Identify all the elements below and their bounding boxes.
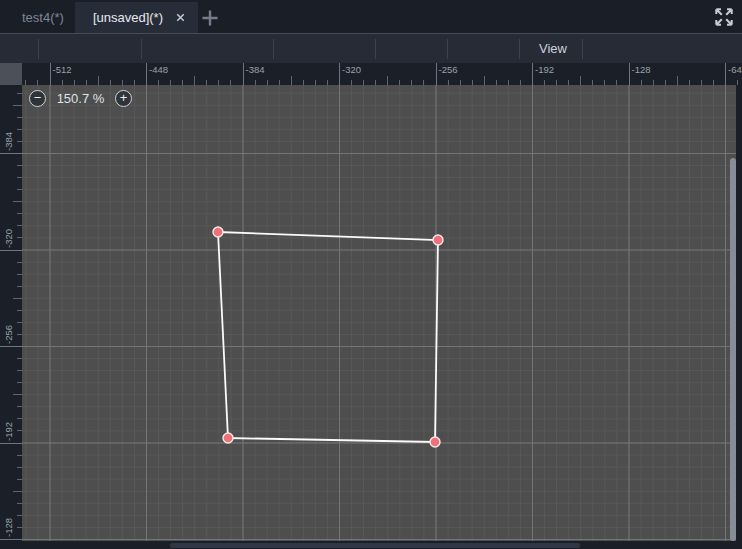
ruler-tick — [50, 63, 51, 85]
pivot-marker-button[interactable] — [651, 37, 676, 61]
group-button — [414, 37, 439, 61]
ruler-tick — [339, 63, 340, 85]
lock-button — [383, 37, 408, 61]
h-ruler-label: -320 — [342, 64, 361, 75]
skeleton-options-menu[interactable] — [455, 37, 480, 61]
ruler-tick — [291, 76, 292, 85]
toolbar-separator — [38, 39, 39, 59]
select-tool[interactable] — [5, 37, 30, 61]
ruler-tick — [629, 63, 630, 85]
toolbar-separator — [447, 39, 448, 59]
ruler-tick — [484, 76, 485, 85]
v-ruler-label: -128 — [3, 518, 14, 537]
edit-pivot-tool — [179, 37, 204, 61]
ruler-tick — [13, 105, 22, 106]
ruler-tool[interactable] — [240, 37, 265, 61]
polygon-vertex-handle-1[interactable] — [433, 235, 443, 245]
polygon-vertex-handle-2[interactable] — [430, 437, 440, 447]
h-ruler-label: -512 — [53, 64, 72, 75]
polygon-vertex-handle-3[interactable] — [223, 433, 233, 443]
move-tool[interactable] — [46, 37, 71, 61]
polygon-button[interactable] — [681, 37, 706, 61]
horizontal-scrollbar-thumb[interactable] — [170, 543, 580, 548]
h-ruler-label: -64 — [728, 64, 742, 75]
horizontal-scrollbar[interactable] — [0, 541, 742, 549]
vertical-scrollbar[interactable] — [736, 85, 742, 541]
snap-config-button[interactable] — [712, 37, 737, 61]
polygon-vertex-handle-0[interactable] — [213, 227, 223, 237]
h-ruler-label: -448 — [149, 64, 168, 75]
ruler-tick — [0, 346, 22, 347]
ruler-tick — [146, 63, 147, 85]
ruler-tick — [98, 76, 99, 85]
ruler-tick — [243, 63, 244, 85]
vertical-scrollbar-thumb[interactable] — [730, 158, 736, 541]
tab-label: test4(*) — [22, 10, 64, 25]
h-ruler-label: -384 — [246, 64, 265, 75]
ruler-corner[interactable] — [0, 63, 22, 85]
plus-icon — [198, 6, 222, 30]
godot-2d-editor: test4(*)[unsaved](*) View -512-448-384-3… — [0, 0, 742, 549]
toolbar-separator — [582, 39, 583, 59]
scale-tool[interactable] — [107, 37, 132, 61]
close-tab-button[interactable] — [174, 11, 187, 24]
expand-arrows-icon — [713, 6, 735, 28]
v-ruler-label: -256 — [3, 325, 14, 344]
polygon-overlay — [22, 85, 742, 541]
v-ruler-label: -320 — [3, 228, 14, 247]
rotate-tool[interactable] — [77, 37, 102, 61]
view-menu[interactable]: View — [529, 37, 577, 61]
h-ruler-label: -256 — [439, 64, 458, 75]
toolbar-separator — [519, 39, 520, 59]
ruler-tick — [0, 443, 22, 444]
ruler-tick — [13, 491, 22, 492]
ruler-tick — [13, 298, 22, 299]
horizontal-ruler[interactable]: -512-448-384-320-256-192-128-64 — [22, 63, 742, 85]
v-ruler-label: -192 — [3, 421, 14, 440]
canvas-toolbar: View — [0, 33, 742, 63]
view-menu-label: View — [539, 41, 567, 56]
scene-tab-0[interactable]: test4(*) — [4, 2, 75, 33]
ruler-tick — [436, 63, 437, 85]
scene-tab-bar: test4(*)[unsaved](*) — [0, 0, 742, 33]
ruler-tick — [0, 539, 22, 540]
vertical-ruler[interactable]: -384-320-256-192-128 — [0, 85, 22, 541]
smart-snap-toggle[interactable] — [281, 37, 306, 61]
grid-snap-toggle[interactable] — [312, 37, 337, 61]
tab-label: [unsaved](*) — [93, 10, 163, 25]
v-ruler-label: -384 — [3, 132, 14, 151]
ruler-tick — [580, 76, 581, 85]
ruler-tick — [725, 63, 726, 85]
expand-panel-button[interactable] — [713, 6, 735, 28]
ruler-tick — [194, 76, 195, 85]
h-ruler-label: -128 — [632, 64, 651, 75]
new-tab-button[interactable] — [198, 2, 222, 33]
skeleton-clear-button — [486, 37, 511, 61]
snap-options-menu[interactable] — [342, 37, 367, 61]
ruler-tick — [13, 394, 22, 395]
select-points-button[interactable] — [590, 37, 615, 61]
scene-tab-1[interactable]: [unsaved](*) — [75, 2, 198, 33]
toolbar-separator — [375, 39, 376, 59]
ruler-tick — [532, 63, 533, 85]
tab-list: test4(*)[unsaved](*) — [4, 2, 198, 33]
pan-tool[interactable] — [209, 37, 234, 61]
ruler-tick — [0, 250, 22, 251]
toolbar-separator — [273, 39, 274, 59]
collapse-button[interactable] — [620, 37, 645, 61]
ruler-tick — [13, 201, 22, 202]
toolbar-separator — [141, 39, 142, 59]
h-ruler-label: -192 — [535, 64, 554, 75]
ruler-tick — [0, 153, 22, 154]
ruler-tick — [677, 76, 678, 85]
ruler-tick — [387, 76, 388, 85]
polygon-edges — [218, 232, 438, 442]
list-select-tool[interactable] — [149, 37, 174, 61]
